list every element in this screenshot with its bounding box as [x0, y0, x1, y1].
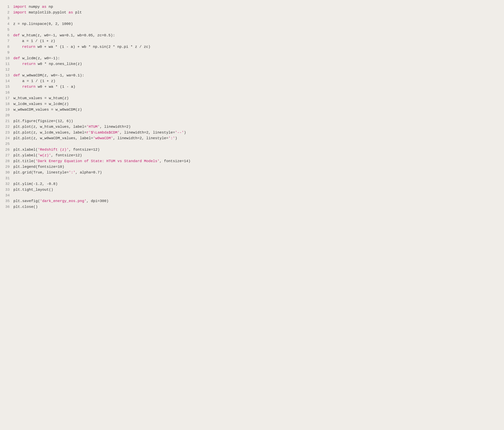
- token-plain: , fontsize=12): [51, 153, 82, 157]
- token-plain: w_w0waCDM_values = w_w0waCDM(z): [13, 108, 82, 112]
- token-str: 'w(z)': [38, 153, 51, 157]
- line-number: 4: [5, 21, 13, 27]
- token-plain: , fontsize=14): [160, 159, 190, 163]
- line-number: 14: [5, 78, 13, 84]
- line-number: 35: [5, 198, 13, 204]
- line-content: [13, 67, 499, 72]
- line-content: plt.plot(z, w_htum_values, label='HTUM',…: [13, 124, 499, 130]
- line-number: 6: [5, 33, 13, 38]
- token-plain: plt.close(): [13, 205, 38, 209]
- line-content: a = 1 / (1 + z): [13, 78, 499, 84]
- line-content: plt.tight_layout(): [13, 187, 499, 193]
- token-plain: w_htum(z,: [20, 33, 44, 37]
- line-content: [13, 50, 499, 55]
- line-content: plt.ylabel('w(z)', fontsize=12): [13, 152, 499, 158]
- line-number: 15: [5, 84, 13, 89]
- line-content: plt.plot(z, w_lcdm_values, label=r'$\Lam…: [13, 130, 499, 135]
- line-content: [13, 15, 499, 21]
- token-str: 'HTUM': [86, 125, 100, 129]
- token-kw: def: [13, 56, 20, 60]
- code-line: 33plt.tight_layout(): [5, 187, 499, 193]
- line-number: 18: [5, 101, 13, 107]
- token-plain: , fontsize=12): [69, 148, 100, 152]
- token-plain: [13, 45, 22, 49]
- line-content: plt.close(): [13, 204, 499, 210]
- code-line: 23plt.plot(z, w_lcdm_values, label=r'$\L…: [5, 130, 499, 135]
- line-number: 1: [5, 4, 13, 10]
- line-number: 13: [5, 73, 13, 78]
- line-content: [13, 176, 499, 181]
- line-number: 10: [5, 55, 13, 61]
- token-plain: plt.plot(z, w_w0waCDM_values, label=: [13, 136, 93, 140]
- line-number: 25: [5, 141, 13, 147]
- line-content: [13, 113, 499, 118]
- line-content: plt.title('Dark Energy Equation of State…: [13, 158, 499, 164]
- token-plain: w0=-1, wa=0.1, wb=0.05, zc=0.5):: [44, 33, 115, 37]
- line-content: import numpy as np: [13, 4, 499, 10]
- token-kw: as: [69, 10, 73, 15]
- line-number: 34: [5, 193, 13, 198]
- code-line: 36plt.close(): [5, 204, 499, 210]
- token-plain: w0 + wa * (1 - a): [36, 85, 75, 89]
- code-line: 9: [5, 50, 499, 55]
- token-plain: w_lcdm_values = w_lcdm(z): [13, 102, 69, 106]
- line-content: plt.xlabel('Redshift (z)', fontsize=12): [13, 147, 499, 152]
- line-content: def w_htum(z, w0=-1, wa=0.1, wb=0.05, zc…: [13, 33, 499, 38]
- token-plain: plt.ylabel(: [13, 153, 38, 157]
- code-line: 25: [5, 141, 499, 147]
- token-str: '--': [175, 131, 184, 135]
- line-number: 5: [5, 27, 13, 33]
- line-content: def w_w0waCDM(z, w0=-1, wa=0.1):: [13, 73, 499, 78]
- token-kw: import: [13, 5, 27, 9]
- line-content: return w0 + wa * (1 - a): [13, 84, 499, 89]
- line-content: plt.plot(z, w_w0waCDM_values, label='w0w…: [13, 135, 499, 141]
- token-plain: w0 * np.ones_like(z): [36, 62, 82, 66]
- token-plain: ): [184, 131, 186, 135]
- line-number: 23: [5, 130, 13, 135]
- line-content: import matplotlib.pyplot as plt: [13, 10, 499, 15]
- token-plain: plt: [73, 10, 82, 15]
- code-line: 16: [5, 90, 499, 95]
- token-plain: numpy: [27, 5, 42, 9]
- token-kw: def: [13, 33, 20, 37]
- token-plain: z = np.linspace(0, 2, 1000): [13, 22, 73, 26]
- code-line: 19w_w0waCDM_values = w_w0waCDM(z): [5, 107, 499, 113]
- line-number: 20: [5, 113, 13, 118]
- code-line: 6def w_htum(z, w0=-1, wa=0.1, wb=0.05, z…: [5, 33, 499, 38]
- token-plain: plt.savefig(: [13, 199, 40, 203]
- line-number: 31: [5, 176, 13, 181]
- token-plain: matplotlib.pyplot: [27, 10, 69, 15]
- line-number: 16: [5, 90, 13, 95]
- token-str: r'$\Lambda$CDM': [86, 131, 120, 135]
- code-line: 3: [5, 15, 499, 21]
- token-kw: def: [13, 73, 20, 78]
- code-line: 31: [5, 176, 499, 181]
- line-content: a = 1 / (1 + z): [13, 38, 499, 44]
- code-line: 7 a = 1 / (1 + z): [5, 38, 499, 44]
- token-plain: , dpi=300): [86, 199, 108, 203]
- line-number: 3: [5, 15, 13, 21]
- token-plain: , linewidth=2): [100, 125, 131, 129]
- code-line: 17w_htum_values = w_htum(z): [5, 95, 499, 101]
- token-plain: w_lcdm(z, w0=-1):: [20, 56, 60, 60]
- token-plain: plt.ylim(-1.2, -0.8): [13, 182, 58, 186]
- token-str: 'Redshift (z)': [38, 148, 69, 152]
- code-line: 22plt.plot(z, w_htum_values, label='HTUM…: [5, 124, 499, 130]
- line-content: w_lcdm_values = w_lcdm(z): [13, 101, 499, 107]
- token-kw: return: [22, 85, 36, 89]
- token-plain: , linewidth=2, linestyle=: [113, 136, 168, 140]
- line-content: plt.legend(fontsize=10): [13, 164, 499, 170]
- token-plain: plt.plot(z, w_lcdm_values, label=: [13, 131, 87, 135]
- line-content: [13, 90, 499, 95]
- token-kw: as: [42, 5, 46, 9]
- code-line: 13def w_w0waCDM(z, w0=-1, wa=0.1):: [5, 73, 499, 78]
- code-line: 11 return w0 * np.ones_like(z): [5, 61, 499, 67]
- line-content: def w_lcdm(z, w0=-1):: [13, 55, 499, 61]
- token-plain: , linewidth=2, linestyle=: [120, 131, 175, 135]
- token-kw: return: [22, 45, 35, 49]
- line-number: 28: [5, 158, 13, 164]
- line-content: [13, 193, 499, 198]
- token-plain: [13, 85, 22, 89]
- code-line: 1import numpy as np: [5, 4, 499, 10]
- line-content: plt.figure(figsize=(12, 6)): [13, 118, 499, 124]
